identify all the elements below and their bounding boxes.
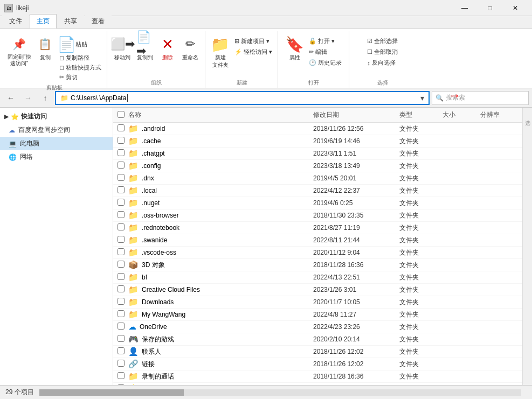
select-all-button[interactable]: ☑ 全部选择 (365, 37, 400, 46)
table-row[interactable]: 📁 Creative Cloud Files 2023/1/26 3:01 文件… (113, 284, 522, 296)
tab-view[interactable]: 查看 (85, 14, 112, 29)
row-check[interactable] (118, 149, 128, 158)
row-check[interactable] (118, 124, 128, 133)
row-check[interactable] (118, 273, 128, 282)
row-checkbox[interactable] (118, 149, 125, 156)
rename-button[interactable]: ✏ 重命名 (179, 34, 201, 62)
row-checkbox[interactable] (118, 223, 125, 230)
row-check[interactable] (118, 298, 128, 306)
row-checkbox[interactable] (118, 298, 125, 305)
move-button[interactable]: ⬜➡ 移动到 (112, 34, 133, 62)
pin-button[interactable]: 📌 固定到"快速访问" (5, 34, 33, 68)
tab-share[interactable]: 共享 (57, 14, 84, 29)
copy-path-button[interactable]: ◻ 复制路径 (57, 53, 103, 62)
row-check[interactable] (118, 310, 128, 319)
newfolder-button[interactable]: 📁 新建文件夹 (210, 34, 231, 70)
row-check[interactable] (118, 335, 128, 344)
row-checkbox[interactable] (118, 285, 125, 292)
col-header-res[interactable]: 分辨率 (480, 110, 518, 120)
table-row[interactable]: 📦 3D 对象 2018/11/28 16:36 文件夹 (113, 259, 522, 271)
row-check[interactable] (118, 236, 128, 244)
table-row[interactable]: ☁ OneDrive 2022/4/23 23:26 文件夹 (113, 321, 522, 333)
col-header-date[interactable]: 修改日期 (313, 110, 399, 120)
easyaccess-button[interactable]: ⚡ 轻松访问 ▾ (232, 47, 274, 57)
table-row[interactable]: 📁 .chatgpt 2023/3/11 1:51 文件夹 (113, 148, 522, 160)
copyto-button[interactable]: 📄➡ 复制到 (134, 34, 156, 62)
row-check[interactable] (118, 162, 128, 170)
row-checkbox[interactable] (118, 236, 125, 243)
table-row[interactable]: 📁 .vscode-oss 2020/11/12 9:04 文件夹 (113, 247, 522, 259)
row-check[interactable] (118, 174, 128, 183)
sidebar-item-baidu[interactable]: ☁ 百度网盘同步空间 (0, 123, 113, 137)
col-header-name[interactable]: 名称 (128, 110, 313, 120)
up-button[interactable]: ↑ (38, 90, 53, 106)
newitem-button[interactable]: ⊞ 新建项目 ▾ (232, 37, 274, 46)
row-checkbox[interactable] (118, 310, 125, 317)
row-checkbox[interactable] (118, 174, 125, 181)
edit-button[interactable]: ✏ 编辑 (307, 47, 344, 57)
row-checkbox[interactable] (118, 162, 125, 169)
sidebar-item-this-pc[interactable]: 💻 此电脑 (0, 137, 113, 150)
table-row[interactable]: 👤 联系人 2018/11/26 12:02 文件夹 (113, 346, 522, 358)
check-column[interactable] (118, 111, 128, 120)
paste-shortcut-button[interactable]: ◻ 粘贴快捷方式 (57, 63, 103, 72)
back-button[interactable]: ← (3, 90, 18, 106)
delete-button[interactable]: ✕ 删除 (157, 34, 178, 62)
table-row[interactable]: 📁 .config 2023/3/18 13:49 文件夹 (113, 160, 522, 172)
select-all-checkbox[interactable] (118, 111, 125, 118)
row-checkbox[interactable] (118, 137, 125, 144)
tab-home[interactable]: 主页 (30, 14, 57, 29)
table-row[interactable]: ⭐ 收藏夹 2019/6/15 12:29 文件夹 (113, 383, 522, 385)
row-checkbox[interactable] (118, 186, 125, 193)
table-row[interactable]: 📁 .nuget 2019/4/6 0:25 文件夹 (113, 197, 522, 209)
paste-button[interactable]: 📄 粘贴 (57, 36, 103, 53)
row-checkbox[interactable] (118, 335, 125, 342)
table-row[interactable]: 📁 .dnx 2019/4/5 20:01 文件夹 (113, 172, 522, 185)
close-button[interactable]: ✕ (503, 0, 528, 16)
history-button[interactable]: 🕑 历史记录 (307, 58, 344, 67)
properties-button[interactable]: 🔖 属性 (284, 34, 306, 62)
row-check[interactable] (118, 199, 128, 207)
table-row[interactable]: 📁 .swanide 2022/8/11 21:44 文件夹 (113, 234, 522, 247)
row-check[interactable] (118, 384, 128, 385)
row-checkbox[interactable] (118, 211, 125, 218)
table-row[interactable]: 📁 .android 2018/11/26 12:56 文件夹 (113, 123, 522, 135)
table-row[interactable]: 📁 .local 2022/4/12 22:37 文件夹 (113, 185, 522, 197)
invert-selection-button[interactable]: ↕ 反向选择 (365, 58, 400, 67)
row-checkbox[interactable] (118, 384, 125, 385)
row-checkbox[interactable] (118, 124, 125, 131)
table-row[interactable]: 📁 .cache 2019/6/19 14:46 文件夹 (113, 135, 522, 148)
row-checkbox[interactable] (118, 360, 125, 367)
table-row[interactable]: 📁 My WangWang 2022/4/8 11:27 文件夹 (113, 309, 522, 321)
row-checkbox[interactable] (118, 261, 125, 268)
col-header-size[interactable]: 大小 (443, 110, 480, 120)
open-button[interactable]: 🔓 打开 ▾ (307, 37, 344, 46)
sidebar-item-network[interactable]: 🌐 网络 (0, 150, 113, 164)
table-row[interactable]: 📁 Downloads 2020/11/7 10:05 文件夹 (113, 296, 522, 309)
maximize-button[interactable]: □ (478, 0, 502, 16)
row-check[interactable] (118, 186, 128, 195)
table-row[interactable]: 🎮 保存的游戏 2020/2/10 20:14 文件夹 (113, 333, 522, 346)
address-dropdown-button[interactable]: ▾ (420, 94, 424, 102)
table-row[interactable]: 📁 bf 2022/4/13 22:51 文件夹 (113, 271, 522, 284)
table-row[interactable]: 📁 .oss-browser 2018/11/30 23:35 文件夹 (113, 209, 522, 222)
row-check[interactable] (118, 223, 128, 232)
row-check[interactable] (118, 360, 128, 368)
row-check[interactable] (118, 137, 128, 145)
sidebar-section-quick-access[interactable]: ▶ ⭐ 快速访问 (0, 110, 113, 123)
row-check[interactable] (118, 211, 128, 220)
col-header-type[interactable]: 类型 (399, 110, 443, 120)
table-row[interactable]: 🔗 链接 2018/11/26 12:02 文件夹 (113, 358, 522, 370)
row-check[interactable] (118, 248, 128, 257)
minimize-button[interactable]: — (452, 0, 477, 16)
row-checkbox[interactable] (118, 199, 125, 206)
search-box[interactable]: 🔍 搜索索 (432, 91, 529, 105)
row-check[interactable] (118, 261, 128, 269)
row-checkbox[interactable] (118, 372, 125, 379)
row-checkbox[interactable] (118, 347, 125, 354)
copy-button[interactable]: 📋 复制 (34, 34, 56, 62)
row-check[interactable] (118, 372, 128, 381)
tab-file[interactable]: 文件 (2, 14, 29, 29)
row-checkbox[interactable] (118, 323, 125, 330)
row-check[interactable] (118, 285, 128, 294)
